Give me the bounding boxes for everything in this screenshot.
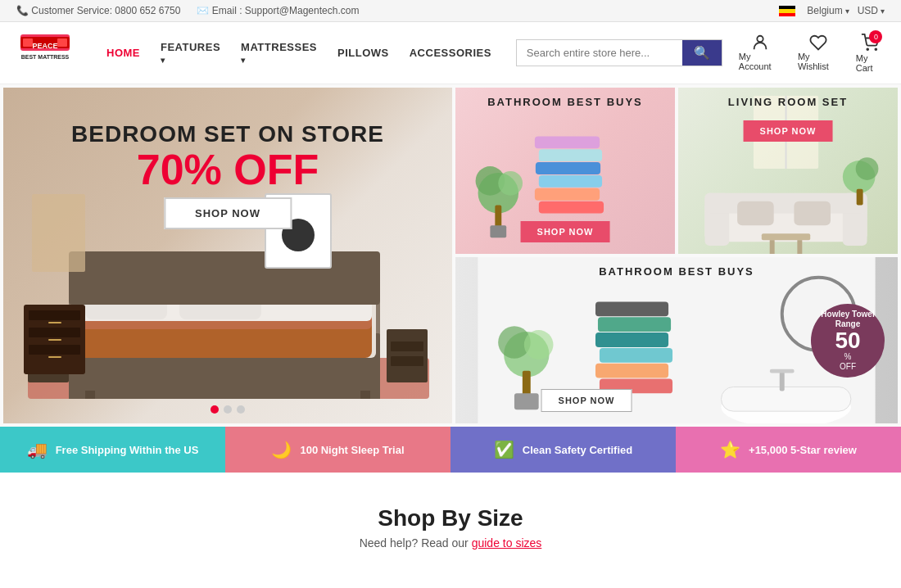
bathroom-top-label: BATHROOM BEST BUYS bbox=[487, 96, 643, 108]
nav-features[interactable]: FEATURES bbox=[152, 37, 229, 70]
svg-point-52 bbox=[856, 157, 879, 180]
dot-1[interactable] bbox=[211, 405, 219, 414]
svg-rect-63 bbox=[595, 301, 668, 316]
star-icon: ⭐ bbox=[720, 440, 740, 459]
svg-text:PEACE: PEACE bbox=[32, 42, 57, 50]
shop-by-size-title: Shop By Size bbox=[16, 505, 885, 531]
svg-rect-36 bbox=[535, 136, 600, 148]
email-info: ✉️ Email : Support@Magentech.com bbox=[197, 5, 359, 16]
svg-rect-24 bbox=[391, 356, 423, 366]
wishlist-icon bbox=[809, 34, 827, 52]
dot-3[interactable] bbox=[237, 405, 245, 414]
svg-rect-46 bbox=[737, 201, 774, 226]
banner-dots bbox=[211, 405, 245, 414]
banner-headline: BEDROOM SET ON STORE bbox=[25, 120, 429, 148]
shipping-text: Free Shipping Within the US bbox=[56, 444, 199, 456]
discount-badge: Howley Towel Range 50 % OFF bbox=[811, 304, 885, 378]
badge-off-text: OFF bbox=[840, 362, 856, 372]
svg-rect-41 bbox=[490, 225, 506, 237]
search-button[interactable]: 🔍 bbox=[682, 40, 722, 66]
svg-point-7 bbox=[867, 48, 869, 50]
svg-rect-62 bbox=[598, 317, 671, 332]
top-bar-left: 📞 Customer Service: 0800 652 6750 ✉️ Ema… bbox=[16, 5, 359, 16]
wishlist-label: My Wishlist bbox=[798, 52, 840, 71]
wishlist-link[interactable]: My Wishlist bbox=[798, 34, 840, 73]
cart-badge: 0 bbox=[869, 30, 882, 43]
dresser bbox=[24, 305, 85, 374]
svg-rect-72 bbox=[770, 369, 795, 373]
svg-rect-34 bbox=[536, 162, 600, 174]
svg-rect-25 bbox=[85, 391, 95, 399]
logo[interactable]: PEACE BEST MATTRESS bbox=[16, 30, 74, 75]
svg-rect-3 bbox=[57, 38, 67, 47]
living-scene bbox=[678, 88, 898, 254]
header: PEACE BEST MATTRESS HOME FEATURES MATTRE… bbox=[0, 22, 901, 84]
svg-rect-60 bbox=[600, 348, 672, 363]
svg-point-66 bbox=[524, 330, 554, 360]
nav-accessories[interactable]: ACCESSORIES bbox=[401, 43, 500, 63]
bathroom-banner-top: BATHROOM BEST BUYS SHOP NOW bbox=[455, 88, 675, 254]
account-link[interactable]: My Account bbox=[739, 34, 781, 73]
top-bar-right: Belgium USD bbox=[779, 5, 885, 16]
svg-rect-50 bbox=[797, 240, 802, 254]
svg-rect-33 bbox=[539, 175, 602, 188]
svg-rect-18 bbox=[69, 251, 380, 305]
guide-link[interactable]: guide to sizes bbox=[472, 536, 542, 550]
bathroom-bottom-shop-btn[interactable]: SHOP NOW bbox=[541, 389, 632, 412]
main-banner-shop-btn[interactable]: SHOP NOW bbox=[164, 197, 292, 229]
account-label: My Account bbox=[739, 52, 781, 71]
currency-selector[interactable]: USD bbox=[858, 5, 885, 16]
svg-rect-49 bbox=[770, 240, 775, 254]
dot-2[interactable] bbox=[224, 405, 232, 414]
main-nav: HOME FEATURES MATTRESSES PILLOWS ACCESSO… bbox=[98, 37, 500, 70]
svg-rect-31 bbox=[539, 201, 604, 214]
cart-label: My Cart bbox=[856, 53, 885, 73]
nav-home[interactable]: HOME bbox=[98, 43, 148, 63]
svg-rect-45 bbox=[705, 193, 867, 214]
svg-rect-48 bbox=[762, 233, 810, 240]
strip-reviews: ⭐ +15,000 5-Star review bbox=[676, 427, 901, 473]
email-icon: ✉️ bbox=[197, 5, 209, 16]
banner-text: BEDROOM SET ON STORE 70% OFF SHOP NOW bbox=[25, 120, 429, 229]
country-selector[interactable]: Belgium bbox=[807, 5, 849, 16]
svg-rect-22 bbox=[387, 329, 428, 382]
search-input[interactable] bbox=[517, 40, 682, 66]
right-banners: BATHROOM BEST BUYS SHOP NOW bbox=[455, 88, 898, 423]
phone-label: Customer Service: 0800 652 6750 bbox=[31, 5, 180, 16]
shop-by-size-subtitle: Need help? Read our guide to sizes bbox=[16, 536, 885, 550]
svg-point-6 bbox=[757, 35, 763, 41]
feature-strips: 🚚 Free Shipping Within the US 🌙 100 Nigh… bbox=[0, 427, 901, 473]
svg-rect-2 bbox=[23, 38, 33, 47]
search-bar: 🔍 bbox=[516, 39, 722, 66]
banner-area: BEDROOM SET ON STORE 70% OFF SHOP NOW bbox=[0, 84, 901, 427]
account-icon bbox=[751, 34, 769, 52]
living-room-label: LIVING ROOM SET bbox=[728, 96, 848, 108]
badge-title: Howley Towel Range bbox=[811, 310, 885, 329]
living-room-banner: LIVING ROOM SET SHOP NOW bbox=[678, 88, 898, 254]
strip-certified: ✅ Clean Safety Certified bbox=[450, 427, 676, 473]
svg-rect-32 bbox=[535, 188, 600, 201]
svg-point-39 bbox=[498, 171, 523, 196]
check-icon: ✅ bbox=[494, 440, 514, 459]
top-bar: 📞 Customer Service: 0800 652 6750 ✉️ Ema… bbox=[0, 0, 901, 22]
nav-mattresses[interactable]: MATTRESSES bbox=[233, 37, 325, 70]
nav-pillows[interactable]: PILLOWS bbox=[329, 43, 397, 63]
svg-rect-47 bbox=[794, 201, 831, 226]
shop-by-size-section: Shop By Size Need help? Read our guide t… bbox=[0, 473, 901, 566]
main-banner: BEDROOM SET ON STORE 70% OFF SHOP NOW bbox=[3, 88, 452, 423]
strip-sleep-trial: 🌙 100 Night Sleep Trial bbox=[225, 427, 450, 473]
svg-rect-70 bbox=[721, 387, 850, 411]
review-text: +15,000 5-Star review bbox=[749, 444, 857, 456]
cart-link[interactable]: 0 My Cart bbox=[856, 34, 885, 73]
bathroom-top-shop-btn[interactable]: SHOP NOW bbox=[521, 221, 610, 242]
svg-rect-26 bbox=[360, 391, 370, 399]
svg-rect-59 bbox=[595, 364, 668, 378]
phone-info: 📞 Customer Service: 0800 652 6750 bbox=[16, 5, 180, 16]
svg-rect-68 bbox=[514, 393, 539, 409]
living-room-shop-btn[interactable]: SHOP NOW bbox=[744, 120, 833, 142]
badge-percent: 50 bbox=[835, 329, 860, 352]
bathroom-bottom-label: BATHROOM BEST BUYS bbox=[599, 265, 754, 278]
svg-rect-23 bbox=[391, 341, 423, 351]
svg-rect-53 bbox=[857, 189, 863, 206]
moon-icon: 🌙 bbox=[271, 440, 292, 459]
